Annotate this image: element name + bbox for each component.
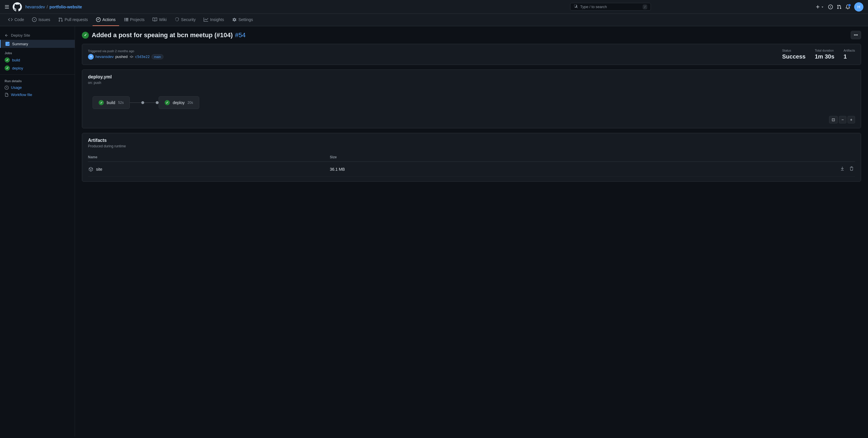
search-bar[interactable]: Type / to search / [570, 3, 651, 11]
notifications-icon[interactable] [845, 5, 850, 9]
avatar[interactable]: H [854, 2, 863, 11]
triggered-section: Triggered via push 2 months ago H hevans… [88, 49, 773, 60]
workflow-build-icon [99, 100, 104, 105]
artifact-name: site [96, 167, 102, 171]
artifact-name-cell: site [88, 162, 330, 177]
run-status-icon [82, 32, 89, 39]
workflow-controls: ⊡ − + [88, 116, 855, 123]
connector-line-left [130, 102, 141, 103]
branch-badge[interactable]: main [151, 54, 163, 59]
search-icon [574, 4, 578, 9]
topnav-right: H [815, 2, 863, 11]
repo-path: hevansdev / portfolio-website [25, 5, 82, 9]
workflow-filename: deploy.yml [88, 74, 855, 80]
workflow-deploy-icon [165, 100, 170, 105]
page-header-left: Added a post for speaing at bcn meetup (… [82, 31, 246, 39]
workflow-card: deploy.yml on: push build 52s deploy [82, 69, 861, 128]
actor-name[interactable]: hevansdev [95, 55, 114, 59]
topnav: hevansdev / portfolio-website Type / to … [0, 0, 868, 14]
artifact-pkg-icon [88, 166, 94, 172]
duration-value: 1m 30s [815, 53, 834, 60]
tab-wiki[interactable]: Wiki [149, 14, 170, 26]
run-pr-link[interactable]: #54 [235, 31, 246, 39]
workflow-deploy-label: deploy [173, 100, 185, 105]
connector-line-right [144, 102, 156, 103]
tab-insights[interactable]: Insights [200, 14, 227, 26]
workflow-trigger: on: push [88, 81, 855, 85]
status-value: Success [782, 53, 805, 60]
connector [130, 101, 159, 104]
artifact-row-site: site 36.1 MB [88, 162, 855, 177]
path-separator: / [47, 5, 48, 9]
artifacts-count-label: Artifacts [843, 49, 855, 52]
tab-pull-requests[interactable]: Pull requests [55, 14, 91, 26]
col-actions-empty [583, 153, 855, 162]
sidebar-job-deploy[interactable]: deploy [0, 64, 75, 72]
artifact-download-button[interactable] [839, 165, 846, 173]
build-success-icon [5, 57, 10, 63]
workflow-zoom-out-button[interactable]: − [839, 116, 846, 123]
commit-hash[interactable]: c5d3e22 [135, 55, 150, 59]
sidebar-usage-item[interactable]: Usage [0, 84, 75, 91]
triggered-label: Triggered via push 2 months ago [88, 49, 773, 53]
notification-dot [848, 4, 851, 6]
artifacts-card: Artifacts Produced during runtime Name S… [82, 133, 861, 182]
connector-dot-left [141, 101, 144, 104]
sidebar-run-details-label: Run details [0, 77, 75, 84]
workflow-fit-button[interactable]: ⊡ [829, 116, 838, 123]
run-title-text: Added a post for speaing at bcn meetup (… [92, 31, 233, 39]
artifacts-subtitle: Produced during runtime [88, 144, 855, 148]
main-area: Added a post for speaing at bcn meetup (… [75, 26, 868, 437]
tab-settings[interactable]: Settings [229, 14, 257, 26]
connector-dot-right [156, 101, 159, 104]
workflow-build-label: build [107, 100, 115, 105]
page-header: Added a post for speaing at bcn meetup (… [82, 31, 861, 39]
sidebar-divider [0, 74, 75, 75]
artifact-size: 36.1 MB [330, 162, 583, 177]
sidebar-jobs-label: Jobs [0, 48, 75, 56]
artifact-delete-button[interactable] [848, 165, 855, 173]
github-logo[interactable] [13, 2, 22, 11]
artifact-actions-cell [583, 162, 855, 177]
status-section: Status Success [782, 49, 805, 60]
hamburger-icon[interactable] [5, 5, 9, 9]
workflow-job-deploy[interactable]: deploy 20s [159, 96, 199, 109]
workflow-job-build[interactable]: build 52s [93, 96, 130, 109]
workflow-deploy-duration: 20s [187, 101, 193, 105]
tab-actions[interactable]: Actions [93, 14, 119, 26]
sidebar-summary-item[interactable]: Summary [0, 40, 75, 48]
workflow-build-duration: 52s [118, 101, 124, 105]
sidebar-job-build[interactable]: build [0, 56, 75, 64]
issues-icon[interactable] [828, 5, 833, 9]
status-label: Status [782, 49, 805, 52]
repo-link[interactable]: portfolio-website [50, 5, 82, 9]
search-slash: / [643, 5, 647, 9]
more-options-button[interactable]: ••• [851, 31, 861, 39]
run-title: Added a post for speaing at bcn meetup (… [92, 31, 246, 39]
duration-label: Total duration [815, 49, 834, 52]
sidebar-usage-label: Usage [11, 85, 22, 90]
artifacts-count-value: 1 [843, 53, 855, 60]
tab-projects[interactable]: Projects [120, 14, 148, 26]
tab-code[interactable]: Code [5, 14, 27, 26]
repo-tabs: Code Issues Pull requests Actions Projec… [0, 14, 868, 26]
sidebar-workflow-file-item[interactable]: Workflow file [0, 91, 75, 98]
sidebar-workflow-file-label: Workflow file [11, 93, 32, 97]
tab-security[interactable]: Security [171, 14, 199, 26]
sidebar-back-label: Deploy Site [11, 33, 30, 37]
pull-requests-icon[interactable] [837, 5, 841, 9]
create-button[interactable] [815, 5, 824, 9]
artifacts-table: Name Size site [88, 153, 855, 177]
more-options-label: ••• [854, 33, 858, 37]
workflow-zoom-in-button[interactable]: + [847, 116, 855, 123]
sidebar: Deploy Site Summary Jobs build deploy Ru… [0, 26, 75, 437]
triggered-value: H hevansdev pushed c5d3e22 main [88, 54, 773, 60]
topnav-center: Type / to search / [410, 3, 811, 11]
duration-section: Total duration 1m 30s [815, 49, 834, 60]
tab-issues[interactable]: Issues [29, 14, 53, 26]
sidebar-back-link[interactable]: Deploy Site [0, 31, 75, 40]
owner-link[interactable]: hevansdev [25, 5, 45, 9]
sidebar-summary-label: Summary [12, 42, 28, 46]
col-name: Name [88, 153, 330, 162]
col-size: Size [330, 153, 583, 162]
